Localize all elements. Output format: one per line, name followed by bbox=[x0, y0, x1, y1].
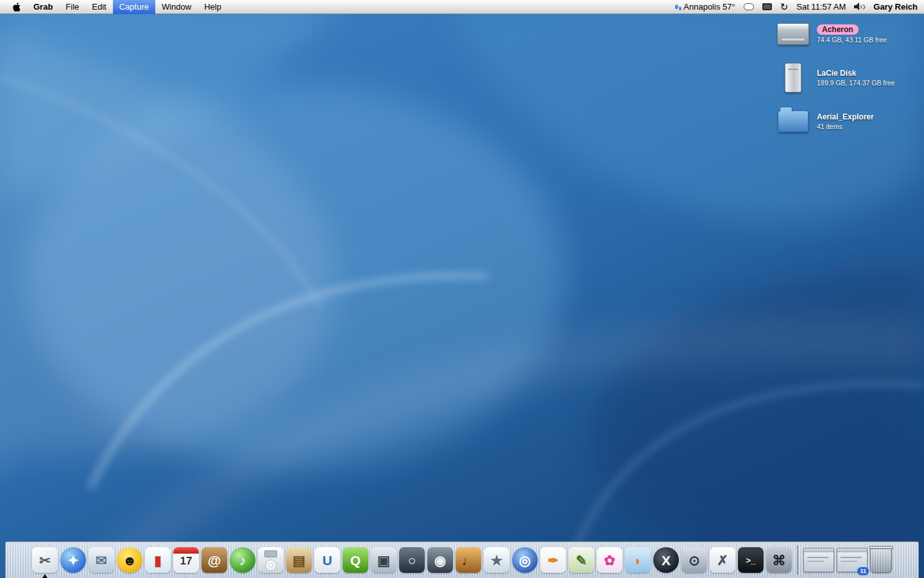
displays-menu-extra[interactable] bbox=[762, 0, 772, 14]
pen-editor-icon: ✎ bbox=[569, 547, 594, 573]
external-disk-icon bbox=[785, 63, 801, 92]
screen-capture-icon: ▣ bbox=[371, 547, 397, 573]
menu-clock[interactable]: Sat 11:57 AM bbox=[796, 0, 846, 14]
volume-info: 189.9 GB, 174.37 GB free bbox=[817, 79, 894, 87]
dock-separator bbox=[797, 545, 798, 575]
apple-app-icon: ⌘ bbox=[766, 547, 792, 573]
x11-icon: X bbox=[653, 547, 679, 573]
apple-logo-icon bbox=[12, 3, 21, 12]
thermometer-icon: ▮ bbox=[145, 547, 171, 573]
dock-quicken[interactable]: Q bbox=[343, 542, 368, 578]
dock-screen-capture[interactable]: ▣ bbox=[371, 542, 397, 578]
aim-icon: ☻ bbox=[117, 547, 142, 573]
weather-label: Annapolis 57° bbox=[683, 2, 735, 12]
menu-window[interactable]: Window bbox=[155, 0, 198, 14]
menu-bar-status: Annapolis 57° ↻ Sat 11:57 AM Gary Reich bbox=[675, 0, 918, 14]
dock-items: ✂✦✉☻▮17@♪▤UQ▣○◉♩★◎✒✎✿◗X⊙✗>_⌘11 bbox=[6, 542, 918, 578]
volume-menu-extra[interactable] bbox=[854, 0, 865, 14]
trash-icon bbox=[870, 547, 892, 573]
chat-bubble-icon bbox=[744, 3, 754, 10]
ical-icon: 17 bbox=[173, 547, 199, 573]
speaker-icon bbox=[854, 3, 865, 11]
sync-menu-extra[interactable]: ↻ bbox=[780, 0, 789, 14]
dock-cutter[interactable]: ✗ bbox=[710, 542, 735, 578]
dock-camera[interactable]: ◉ bbox=[427, 542, 453, 578]
dock-grab[interactable]: ✂ bbox=[32, 542, 58, 578]
menu-grab[interactable]: Grab bbox=[27, 0, 59, 14]
volume-name: Acheron bbox=[817, 24, 859, 35]
dock-minimized-window-2[interactable]: 11 bbox=[837, 542, 868, 578]
ipod-icon bbox=[258, 547, 284, 573]
dock-package[interactable]: ▤ bbox=[286, 542, 312, 578]
menu-bar: Grab File Edit Capture Window Help Annap… bbox=[0, 0, 924, 14]
internal-disk-icon bbox=[777, 23, 809, 45]
desktop: Grab File Edit Capture Window Help Annap… bbox=[0, 0, 924, 578]
dock-address-book[interactable]: @ bbox=[201, 542, 227, 578]
cutter-icon: ✗ bbox=[710, 547, 735, 573]
dock-x11[interactable]: X bbox=[653, 542, 679, 578]
dock-idvd[interactable]: ◎ bbox=[512, 542, 538, 578]
folder-name: Aerial_Explorer bbox=[817, 112, 874, 121]
quicken-icon: Q bbox=[343, 547, 368, 573]
menu-file[interactable]: File bbox=[59, 0, 85, 14]
flower-icon: ✿ bbox=[597, 547, 622, 573]
word-processor-icon: U bbox=[314, 547, 340, 573]
idvd-icon: ◎ bbox=[512, 547, 538, 573]
menu-help[interactable]: Help bbox=[198, 0, 228, 14]
magnifier-icon: ○ bbox=[399, 547, 425, 573]
feather-icon: ✒ bbox=[540, 547, 566, 573]
minimized-window-1-icon bbox=[803, 548, 834, 572]
package-icon: ▤ bbox=[286, 547, 312, 573]
dock-itunes[interactable]: ♪ bbox=[230, 542, 255, 578]
utility-icon: ⊙ bbox=[681, 547, 707, 573]
dock-ical[interactable]: 17 bbox=[173, 542, 199, 578]
terminal-icon: >_ bbox=[738, 547, 764, 573]
imovie-icon: ★ bbox=[484, 547, 509, 573]
weather-menu-extra[interactable]: Annapolis 57° bbox=[675, 0, 735, 14]
volume-info: 74.4 GB, 43.11 GB free bbox=[817, 36, 887, 44]
water-drop-icon bbox=[679, 6, 681, 10]
dock: ✂✦✉☻▮17@♪▤UQ▣○◉♩★◎✒✎✿◗X⊙✗>_⌘11 bbox=[5, 541, 919, 578]
desktop-item-acheron[interactable]: Acheron 74.4 GB, 43.11 GB free bbox=[776, 23, 907, 45]
garageband-icon: ♩ bbox=[456, 547, 481, 573]
fetch-fish-icon: ◗ bbox=[625, 547, 651, 573]
dock-flower[interactable]: ✿ bbox=[597, 542, 622, 578]
dock-utility[interactable]: ⊙ bbox=[681, 542, 707, 578]
ichat-menu-extra[interactable] bbox=[744, 0, 754, 14]
dock-imovie[interactable]: ★ bbox=[484, 542, 509, 578]
dock-pen-editor[interactable]: ✎ bbox=[569, 542, 594, 578]
dock-terminal[interactable]: >_ bbox=[738, 542, 764, 578]
dock-aim[interactable]: ☻ bbox=[117, 542, 142, 578]
dock-mail[interactable]: ✉ bbox=[89, 542, 114, 578]
dock-fetch-fish[interactable]: ◗ bbox=[625, 542, 651, 578]
active-app-indicator bbox=[42, 574, 48, 578]
dock-safari[interactable]: ✦ bbox=[60, 542, 86, 578]
folder-info: 41 items bbox=[817, 123, 843, 130]
dock-thermometer[interactable]: ▮ bbox=[145, 542, 171, 578]
display-icon bbox=[762, 3, 772, 10]
desktop-item-lacie-disk[interactable]: LaCie Disk 189.9 GB, 174.37 GB free bbox=[776, 63, 907, 92]
camera-icon: ◉ bbox=[427, 547, 453, 573]
grab-icon: ✂ bbox=[32, 547, 58, 573]
address-book-icon: @ bbox=[201, 547, 227, 573]
dock-garageband[interactable]: ♩ bbox=[456, 542, 481, 578]
folder-icon bbox=[778, 110, 809, 132]
apple-menu[interactable] bbox=[6, 0, 27, 14]
menu-capture[interactable]: Capture bbox=[113, 0, 155, 14]
dock-apple-app[interactable]: ⌘ bbox=[766, 542, 792, 578]
fast-user-switching-menu[interactable]: Gary Reich bbox=[873, 0, 918, 14]
unread-badge: 11 bbox=[857, 567, 869, 575]
dock-feather[interactable]: ✒ bbox=[540, 542, 566, 578]
water-drop-icon bbox=[675, 4, 678, 9]
dock-ipod[interactable] bbox=[258, 542, 284, 578]
dock-word-processor[interactable]: U bbox=[314, 542, 340, 578]
menu-edit[interactable]: Edit bbox=[85, 0, 112, 14]
safari-icon: ✦ bbox=[60, 547, 86, 573]
dock-trash[interactable] bbox=[870, 542, 892, 578]
volume-name: LaCie Disk bbox=[817, 69, 856, 78]
dock-minimized-window-1[interactable] bbox=[803, 542, 834, 578]
itunes-icon: ♪ bbox=[230, 547, 255, 573]
mail-icon: ✉ bbox=[89, 547, 114, 573]
desktop-item-aerial-explorer[interactable]: Aerial_Explorer 41 items bbox=[776, 110, 907, 132]
dock-magnifier[interactable]: ○ bbox=[399, 542, 425, 578]
